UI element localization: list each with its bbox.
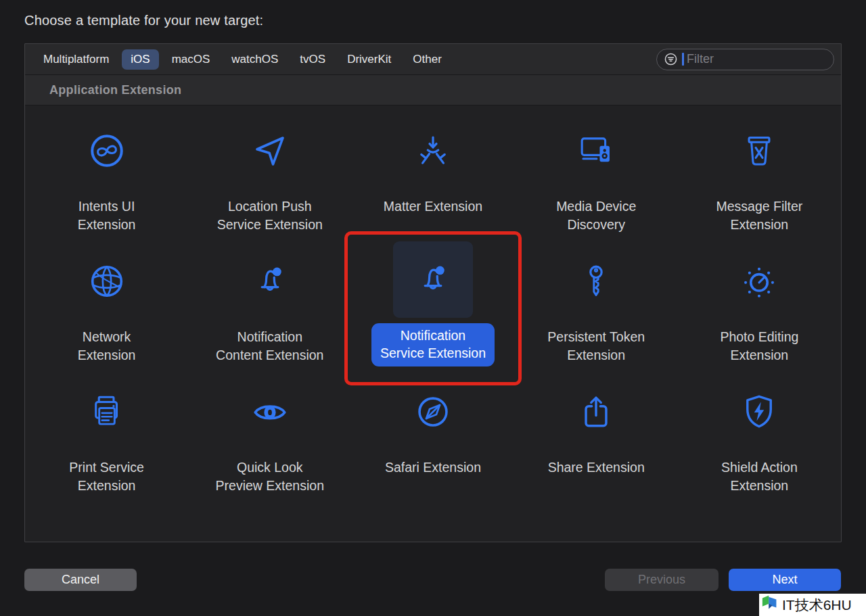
compass-icon [393, 372, 473, 452]
filter-placeholder: Filter [687, 52, 714, 66]
template-item-partial[interactable] [188, 497, 351, 542]
template-item-matter-extension[interactable]: Matter Extension [351, 105, 514, 236]
section-header: Application Extension [25, 75, 841, 105]
bell-badge-icon [230, 241, 310, 321]
template-label: Quick LookPreview Extension [216, 458, 324, 495]
template-item-shield-action-extension[interactable]: Shield ActionExtension [678, 366, 841, 497]
template-label: Intents UIExtension [78, 197, 136, 234]
template-item-persistent-token-extension[interactable]: Persistent TokenExtension [515, 236, 678, 366]
template-item-location-push-service-extension[interactable]: Location PushService Extension [188, 105, 351, 236]
next-button[interactable]: Next [729, 569, 841, 591]
template-item-share-extension[interactable]: Share Extension [515, 366, 678, 497]
template-label: Location PushService Extension [217, 197, 323, 234]
template-item-quick-look-preview-extension[interactable]: Quick LookPreview Extension [188, 366, 351, 497]
template-item-safari-extension[interactable]: Safari Extension [351, 366, 514, 497]
template-label: Media DeviceDiscovery [556, 197, 636, 234]
matter-icon [393, 111, 473, 191]
tab-tvos[interactable]: tvOS [291, 49, 334, 70]
template-label: Photo EditingExtension [720, 328, 798, 364]
template-item-partial[interactable] [351, 497, 514, 542]
template-label: Print ServiceExtension [69, 458, 144, 495]
tab-driverkit[interactable]: DriverKit [338, 49, 400, 70]
dialog-footer: Cancel Previous Next [24, 569, 841, 591]
template-item-partial[interactable] [678, 497, 841, 542]
template-item-notification-service-extension[interactable]: NotificationService Extension [351, 236, 514, 366]
template-item-message-filter-extension[interactable]: Message FilterExtension [678, 105, 841, 236]
tab-macos[interactable]: macOS [163, 49, 219, 70]
template-label: NetworkExtension [78, 328, 136, 364]
template-item-notification-content-extension[interactable]: NotificationContent Extension [188, 236, 351, 366]
shield-gear-icon [67, 523, 147, 542]
template-label: NotificationContent Extension [216, 328, 323, 364]
template-item-photo-editing-extension[interactable]: Photo EditingExtension [678, 236, 841, 366]
share-icon [556, 372, 636, 452]
template-item-media-device-discovery[interactable]: Media DeviceDiscovery [515, 105, 678, 236]
template-item-network-extension[interactable]: NetworkExtension [25, 236, 188, 366]
globe-icon [67, 241, 147, 321]
watermark-text: IT技术6HU [782, 596, 852, 615]
previous-button[interactable]: Previous [605, 569, 719, 591]
printer-icon [67, 372, 147, 452]
template-label: Shield ActionExtension [721, 458, 798, 495]
template-label: Safari Extension [385, 458, 481, 477]
tab-multiplatform[interactable]: Multiplatform [35, 49, 118, 70]
key-icon [556, 241, 636, 321]
platform-tabs: MultiplatformiOSmacOSwatchOStvOSDriverKi… [35, 49, 451, 70]
template-item-partial[interactable] [515, 497, 678, 542]
template-label: NotificationService Extension [371, 323, 495, 366]
two-squares-icon [556, 523, 636, 542]
tab-watchos[interactable]: watchOS [223, 49, 287, 70]
dial-icon [719, 241, 799, 321]
location-arrow-icon [230, 111, 310, 191]
display-speaker-icon [556, 111, 636, 191]
dialog-title: Choose a template for your new target: [24, 13, 263, 28]
infinity-circle-icon [67, 111, 147, 191]
map-pin-icon [230, 523, 310, 542]
filter-field[interactable]: Filter [656, 49, 834, 70]
tab-other[interactable]: Other [404, 49, 451, 70]
cancel-button[interactable]: Cancel [24, 569, 137, 591]
bell-badge-icon [393, 241, 473, 318]
text-cursor [682, 53, 684, 66]
watermark-logo-icon [761, 594, 780, 616]
bucket-x-icon [719, 111, 799, 191]
target-template-dialog: Choose a template for your new target: M… [0, 0, 866, 616]
template-chooser-panel: MultiplatformiOSmacOSwatchOStvOSDriverKi… [24, 43, 842, 542]
template-item-partial[interactable] [25, 497, 188, 542]
template-label: Message FilterExtension [716, 197, 802, 234]
eye-icon [230, 372, 310, 452]
filter-icon [664, 52, 678, 66]
platform-tabbar: MultiplatformiOSmacOSwatchOStvOSDriverKi… [25, 44, 841, 75]
circle-icon [393, 523, 473, 542]
template-label: Share Extension [548, 458, 645, 477]
rounded-display-icon [719, 523, 799, 542]
template-item-intents-ui-extension[interactable]: Intents UIExtension [25, 105, 188, 236]
section-header-label: Application Extension [49, 83, 181, 97]
tab-ios[interactable]: iOS [122, 49, 158, 70]
shield-bolt-icon [719, 372, 799, 452]
template-item-print-service-extension[interactable]: Print ServiceExtension [25, 366, 188, 497]
template-grid: Intents UIExtensionLocation PushService … [25, 105, 841, 542]
template-label: Persistent TokenExtension [547, 328, 645, 364]
watermark: IT技术6HU [759, 594, 866, 616]
template-label: Matter Extension [384, 197, 482, 216]
